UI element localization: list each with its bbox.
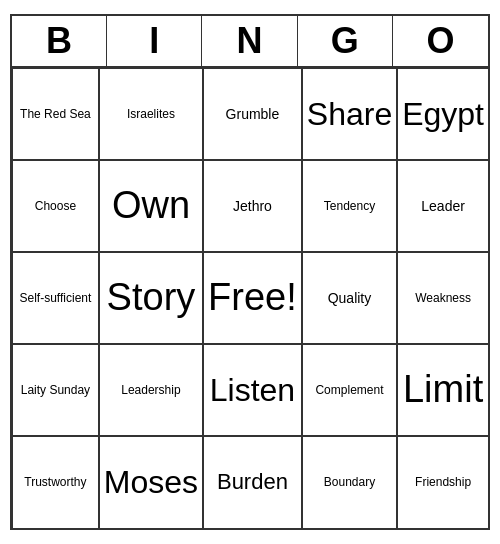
cell-r4-c2: Burden [203, 436, 302, 528]
cell-text: Grumble [226, 106, 280, 123]
cell-r3-c3: Complement [302, 344, 397, 436]
cell-text: Leadership [121, 383, 180, 397]
cell-text: Quality [328, 290, 372, 307]
header-letter: N [202, 16, 297, 66]
cell-r2-c0: Self-sufficient [12, 252, 99, 344]
cell-r3-c1: Leadership [99, 344, 203, 436]
cell-text: Story [107, 275, 196, 321]
cell-text: Egypt [402, 95, 484, 133]
cell-r0-c3: Share [302, 68, 397, 160]
cell-text: Free! [208, 275, 297, 321]
cell-r0-c0: The Red Sea [12, 68, 99, 160]
header-letter: O [393, 16, 488, 66]
cell-r1-c2: Jethro [203, 160, 302, 252]
cell-r3-c2: Listen [203, 344, 302, 436]
cell-text: Jethro [233, 198, 272, 215]
bingo-header: BINGO [12, 16, 488, 68]
cell-r0-c4: Egypt [397, 68, 488, 160]
cell-text: Friendship [415, 475, 471, 489]
cell-r4-c4: Friendship [397, 436, 488, 528]
cell-r2-c3: Quality [302, 252, 397, 344]
cell-text: Limit [403, 367, 483, 413]
cell-text: Weakness [415, 291, 471, 305]
cell-text: Self-sufficient [20, 291, 92, 305]
cell-r2-c2: Free! [203, 252, 302, 344]
cell-text: Trustworthy [24, 475, 86, 489]
cell-r0-c1: Israelites [99, 68, 203, 160]
cell-r1-c1: Own [99, 160, 203, 252]
header-letter: G [298, 16, 393, 66]
cell-text: Burden [217, 469, 288, 495]
cell-text: Complement [315, 383, 383, 397]
cell-r3-c4: Limit [397, 344, 488, 436]
cell-text: Moses [104, 463, 198, 501]
cell-r1-c0: Choose [12, 160, 99, 252]
cell-text: The Red Sea [20, 107, 91, 121]
cell-r2-c1: Story [99, 252, 203, 344]
cell-text: Own [112, 183, 190, 229]
cell-text: Share [307, 95, 392, 133]
cell-r2-c4: Weakness [397, 252, 488, 344]
bingo-grid: The Red SeaIsraelitesGrumbleShareEgyptCh… [12, 68, 488, 528]
header-letter: I [107, 16, 202, 66]
cell-text: Choose [35, 199, 76, 213]
cell-r4-c0: Trustworthy [12, 436, 99, 528]
cell-r1-c4: Leader [397, 160, 488, 252]
cell-r4-c3: Boundary [302, 436, 397, 528]
bingo-card: BINGO The Red SeaIsraelitesGrumbleShareE… [10, 14, 490, 530]
cell-text: Leader [421, 198, 465, 215]
cell-r4-c1: Moses [99, 436, 203, 528]
cell-r1-c3: Tendency [302, 160, 397, 252]
cell-text: Listen [210, 371, 295, 409]
cell-r3-c0: Laity Sunday [12, 344, 99, 436]
cell-text: Tendency [324, 199, 375, 213]
cell-text: Boundary [324, 475, 375, 489]
cell-text: Laity Sunday [21, 383, 90, 397]
header-letter: B [12, 16, 107, 66]
cell-text: Israelites [127, 107, 175, 121]
cell-r0-c2: Grumble [203, 68, 302, 160]
